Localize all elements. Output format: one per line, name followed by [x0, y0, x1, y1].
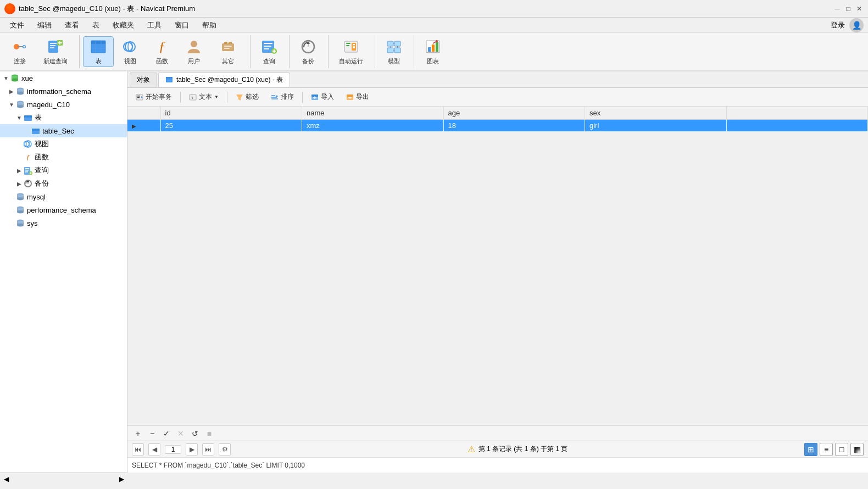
sidebar-item-views[interactable]: ▶ 视图 [0, 137, 127, 151]
cell-age[interactable]: 18 [443, 120, 585, 132]
svg-rect-86 [25, 170, 29, 171]
svg-point-60 [12, 76, 18, 79]
import-button[interactable]: 导入 [306, 90, 339, 104]
sidebar-item-tables-folder[interactable]: ▼ 表 [0, 111, 127, 124]
svg-point-95 [17, 198, 24, 201]
menu-favorites[interactable]: 收藏夹 [107, 19, 140, 32]
svg-rect-42 [387, 41, 393, 46]
maximize-button[interactable]: □ [844, 4, 853, 13]
backup-button[interactable]: 备份 [293, 36, 324, 67]
menu-table[interactable]: 表 [87, 19, 105, 32]
connect-button[interactable]: 连接 [4, 36, 35, 67]
svg-rect-10 [58, 42, 62, 43]
sidebar-item-magedu[interactable]: ▼ magedu_C10 [0, 98, 127, 111]
cell-sex[interactable]: girl [585, 120, 727, 132]
backup-group: 备份 [293, 35, 329, 68]
cell-id[interactable]: 25 [160, 120, 302, 132]
right-panel: 对象 table_Sec @magedu_C10 (xue) - 表 [127, 71, 868, 473]
sidebar-item-xue[interactable]: ▼ xue [0, 71, 127, 85]
main-layout: ▼ xue ▶ informa [0, 71, 868, 473]
col-header-sex[interactable]: sex [585, 107, 727, 120]
sidebar-item-mysql[interactable]: ▶ mysql [0, 190, 127, 203]
stop-button[interactable]: ■ [203, 427, 215, 440]
view-list-button[interactable]: ≡ [820, 443, 833, 456]
cancel-row-button[interactable]: ✕ [175, 427, 187, 440]
table-label: 表 [96, 57, 102, 65]
settings-button[interactable]: ⚙ [219, 443, 231, 455]
autorun-button[interactable]: 自动运行 [332, 36, 370, 67]
sidebar-item-information-schema[interactable]: ▶ information_schema [0, 85, 127, 98]
expand-backups: ▶ [15, 180, 23, 187]
view-detail2-button[interactable]: ▦ [850, 443, 864, 456]
menu-window[interactable]: 窗口 [169, 19, 194, 32]
new-query-label: 新建查询 [43, 57, 68, 65]
other-button[interactable]: 其它 [210, 36, 246, 67]
chart-button[interactable]: 图表 [418, 36, 448, 67]
menu-view[interactable]: 查看 [59, 19, 85, 32]
cell-name[interactable]: xmz [302, 120, 444, 132]
sidebar-nav-right[interactable]: ▶ [115, 473, 127, 485]
sidebar-item-queries[interactable]: ▶ 查询 [0, 164, 127, 177]
sep1 [180, 92, 181, 103]
menu-edit[interactable]: 编辑 [32, 19, 57, 32]
tab-object[interactable]: 对象 [130, 73, 157, 87]
model-button[interactable]: 模型 [379, 36, 409, 67]
function-button[interactable]: ƒ 函数 [147, 36, 177, 67]
nav-first-button[interactable]: ⏮ [132, 443, 144, 455]
object-group: 表 视图 ƒ 函数 用户 [83, 35, 251, 68]
col-header-age[interactable]: age [443, 107, 585, 120]
sidebar-item-perf-schema[interactable]: ▶ performance_schema [0, 203, 127, 216]
expand-magedu: ▼ [8, 101, 15, 108]
new-query-button[interactable]: 新建查询 [36, 36, 75, 67]
col-header-name[interactable]: name [302, 107, 444, 120]
sort-button[interactable]: 排序 [266, 90, 299, 104]
close-button[interactable]: ✕ [855, 4, 864, 13]
svg-point-103 [17, 224, 24, 227]
sidebar-item-table-sec[interactable]: ▶ table_Sec [0, 124, 127, 137]
other-label: 其它 [222, 57, 234, 65]
table-toolbar: 开始事务 T 文本 ▼ 筛选 [127, 88, 868, 107]
view-button[interactable]: 视图 [115, 36, 146, 67]
nav-prev-button[interactable]: ◀ [148, 443, 160, 455]
add-row-button[interactable]: + [132, 427, 144, 440]
menu-help[interactable]: 帮助 [197, 19, 222, 32]
menu-tools[interactable]: 工具 [142, 19, 167, 32]
view-grid-button[interactable]: ⊞ [804, 443, 817, 456]
col-header-id[interactable]: id [160, 107, 302, 120]
sidebar-item-functions[interactable]: ▶ ƒ 函数 [0, 151, 127, 164]
sidebar-item-sys[interactable]: ▶ sys [0, 216, 127, 230]
refresh-button[interactable]: ↺ [189, 427, 201, 440]
login-button[interactable]: 登录 👤 [831, 18, 864, 32]
nav-last-button[interactable]: ⏭ [202, 443, 214, 455]
query-button[interactable]: 查询 [254, 36, 285, 67]
sidebar-nav-left[interactable]: ◀ [0, 473, 12, 485]
user-button[interactable]: 用户 [179, 36, 209, 67]
start-transaction-button[interactable]: 开始事务 [131, 90, 177, 104]
bottom-bar: + − ✓ ✕ ↺ ■ [127, 425, 868, 441]
remove-row-button[interactable]: − [146, 427, 158, 440]
tab-table-sec[interactable]: table_Sec @magedu_C10 (xue) - 表 [158, 73, 290, 87]
data-table-container[interactable]: id name age sex ▶ 25 xmz 18 girl [127, 107, 868, 425]
svg-rect-12 [91, 41, 105, 45]
nav-next-button[interactable]: ▶ [186, 443, 198, 455]
export-label: 导出 [356, 92, 369, 102]
page-number-input[interactable] [165, 445, 181, 454]
svg-rect-25 [224, 48, 230, 49]
table-button[interactable]: 表 [83, 36, 114, 67]
text-label: 文本 [199, 92, 212, 102]
cell-empty [726, 120, 868, 132]
table-header-row: id name age sex [127, 107, 868, 120]
query-group: 查询 [254, 35, 290, 68]
sidebar-item-backups[interactable]: ▶ 备份 [0, 177, 127, 190]
view-detail1-button[interactable]: □ [835, 443, 848, 456]
minimize-button[interactable]: ─ [833, 4, 842, 13]
connect-group: 连接 新建查询 [4, 35, 80, 68]
filter-button[interactable]: 筛选 [231, 90, 264, 104]
menu-file[interactable]: 文件 [4, 19, 30, 32]
export-button[interactable]: 导出 [341, 90, 374, 104]
model-label: 模型 [388, 57, 400, 65]
query-label: 查询 [263, 57, 275, 65]
confirm-button[interactable]: ✓ [160, 427, 173, 440]
text-button[interactable]: T 文本 ▼ [184, 90, 224, 104]
table-row[interactable]: ▶ 25 xmz 18 girl [127, 120, 868, 132]
